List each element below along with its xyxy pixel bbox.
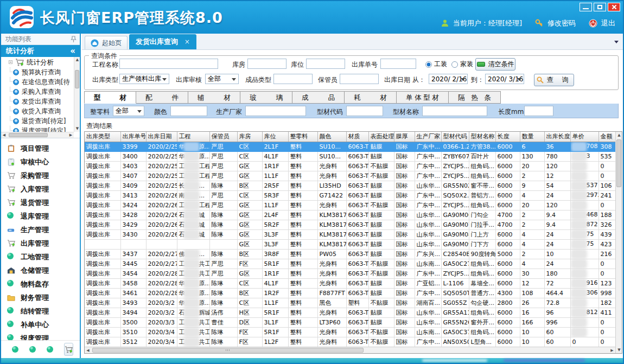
date-to-picker[interactable]: 2020/ 3/16 (485, 74, 524, 84)
sidebar-item-财务管理[interactable]: 财务管理 (1, 291, 80, 304)
table-row[interactable]: 调拨出库34292020/2/26石城陈琳G区5R2F整料KLM38176063… (85, 220, 615, 229)
pin-icon[interactable] (71, 35, 77, 46)
scroll-down-icon[interactable]: ▼ (74, 126, 80, 132)
tab-close-icon[interactable]: × (184, 38, 190, 46)
tab-list-dropdown-icon[interactable] (614, 41, 619, 46)
scroll-right-icon[interactable]: ▶ (609, 347, 615, 354)
subtab-辅材[interactable]: 辅材 (188, 91, 240, 104)
table-row[interactable]: 调拨出库34372020/2/27佛...陈琳B区3R8F整料PW056063-… (85, 249, 615, 259)
table-row[interactable]: 调拨出库34032020/2/25工工程严思G区1R1F整料光身料6063-T5… (85, 161, 615, 171)
column-header[interactable]: 出库单号 (120, 132, 146, 142)
radio-gongzhuang[interactable]: 工装 (425, 60, 447, 69)
maximize-button[interactable] (594, 3, 606, 11)
location-input[interactable] (306, 59, 345, 69)
minimize-button[interactable] (580, 3, 592, 11)
order-no-input[interactable] (380, 59, 416, 69)
sidebar-item-入库管理[interactable]: 入库管理 (1, 182, 80, 196)
column-header[interactable]: 长度 (495, 132, 520, 142)
tree-item[interactable]: 收货入库查询 (1, 106, 80, 116)
sidebar-item-审核中心[interactable]: 审核中心 (1, 155, 80, 169)
sidebar-item-报废管理[interactable]: 报废管理 (1, 331, 80, 340)
change-password-link[interactable]: 修改密码 (547, 18, 576, 28)
collapsed-module-icon[interactable] (29, 346, 36, 353)
subtab-配件[interactable]: 配件 (136, 91, 188, 104)
table-vscroll-thumb[interactable] (616, 139, 621, 187)
column-header[interactable]: 型材名称 (469, 132, 495, 142)
column-header[interactable]: 保管员 (209, 132, 237, 142)
sidebar-item-结转管理[interactable]: 结转管理 (1, 304, 80, 318)
clear-conditions-button[interactable]: 清空条件 (475, 58, 515, 71)
collapsed-module-icon[interactable] (12, 346, 18, 353)
tab-home[interactable]: 起始页 (85, 36, 128, 49)
table-row[interactable]: 调拨出库34242020/2/26工工程严思G区1L1F整料光身料6063-T5… (85, 200, 615, 210)
table-row[interactable]: 调拨出库35102020/3/4工共工程陈琳F区5R1F整料光身料6063-T5… (85, 327, 615, 337)
subtab-玻璃[interactable]: 玻璃 (240, 91, 292, 104)
table-row[interactable]: 调拨出库34302020/2/26石城陈琳G区3L3F整料KLM38176063… (85, 229, 615, 239)
tree-item[interactable]: 发货出库查询 (1, 97, 80, 106)
tab-shipping-outbound-query[interactable]: 发货出库查询 × (129, 34, 196, 49)
scroll-right-icon[interactable]: ▶ (68, 132, 74, 138)
column-header[interactable]: 出库长度 (544, 132, 570, 142)
project-name-input[interactable] (119, 59, 218, 69)
product-type-input[interactable] (273, 74, 313, 84)
outbound-type-select[interactable]: 生产领料出库 (119, 74, 169, 84)
column-header[interactable]: 膜厚 (394, 132, 415, 142)
sidebar-item-仓储管理[interactable]: 仓储管理 (1, 264, 80, 277)
cart-module-button[interactable] (64, 343, 73, 356)
tree-vertical-scrollbar[interactable]: ▲ ▼ (74, 57, 80, 132)
column-header[interactable]: 表面处理 (368, 132, 394, 142)
column-header[interactable]: 单价 (570, 132, 598, 142)
table-vertical-scrollbar[interactable]: ▲ ▼ (615, 132, 622, 353)
table-row[interactable]: 调拨出库34452020/2/27工共工程严思F区5R1F整料光身料6063-T… (85, 259, 615, 269)
column-header[interactable]: 整零料 (288, 132, 317, 142)
tree-item[interactable]: 在途信息查询[待 (1, 77, 80, 87)
length-input[interactable] (524, 106, 553, 116)
radio-jiazhuang[interactable]: 家装 (451, 60, 473, 69)
table-row[interactable]: G区3L3F整料KLM38176063-T5贴膜国标山东华...GA90M09.… (85, 239, 615, 249)
sidebar-item-工地管理[interactable]: 工地管理 (1, 250, 80, 264)
table-row[interactable]: 调拨出库34582020/2/28华原...陈琳C区4L1F整料光身料6063-… (85, 278, 615, 288)
table-row[interactable]: 调拨出库33992020/2/25华原...严思C区2L1F整料SU10...6… (85, 142, 615, 151)
search-button[interactable]: 查 询 (534, 74, 574, 86)
subtab-单体型材[interactable]: 单体型材 (397, 91, 449, 104)
manufacturer-input[interactable] (245, 106, 306, 116)
table-row[interactable]: 调拨出库34932020/3/2华原...陈琳C区1L1F整料黑色塑料不贴膜国标… (85, 298, 615, 308)
table-row[interactable]: 调拨出库34002020/2/25华原...严思C区4L1F整料SU10...6… (85, 151, 615, 161)
profile-name-input[interactable] (422, 106, 487, 116)
table-row[interactable]: 调拨出库34092020/2/25长...陈琳B区2R5F整料LI35HD606… (85, 181, 615, 190)
column-header[interactable]: 材质 (346, 132, 368, 142)
collapsed-module-icon[interactable] (47, 346, 53, 353)
tree-item[interactable]: 退货查询[待定] (1, 116, 80, 126)
table-hscroll-thumb[interactable] (92, 348, 364, 353)
subtab-隔热条[interactable]: 隔热条 (449, 91, 501, 104)
table-row[interactable]: 调拨出库34942020/3/2石辉城汤伟H区5R1F整料光身料6063-T5贴… (85, 308, 615, 317)
sidebar-item-物料盘存[interactable]: 物料盘存 (1, 277, 80, 291)
tree-vscroll-thumb[interactable] (75, 70, 79, 88)
sidebar-item-采购管理[interactable]: 采购管理 (1, 169, 80, 182)
table-row[interactable]: 调拨出库34542020/2/28工共工程严思G区1R1F整料光身料6063-T… (85, 269, 615, 278)
sidebar-item-项目管理[interactable]: 项目管理 (1, 142, 80, 155)
column-header[interactable]: 工程 (177, 132, 209, 142)
column-header[interactable]: 型材代码 (441, 132, 469, 142)
table-horizontal-scrollbar[interactable]: ◀ ▶ (85, 347, 615, 353)
scroll-down-icon[interactable]: ▼ (616, 347, 622, 353)
tree-root[interactable]: 统计分析 (1, 57, 80, 67)
sidebar-item-生产管理[interactable]: 生产管理 (1, 223, 80, 237)
table-row[interactable]: 调拨出库34282020/2/26石城陈琳G区2L4F整料KLM38176063… (85, 210, 615, 220)
scroll-up-icon[interactable]: ▲ (74, 57, 80, 63)
color-input[interactable] (170, 106, 207, 116)
scroll-up-icon[interactable]: ▲ (616, 132, 622, 138)
subtab-耗材[interactable]: 耗材 (345, 91, 397, 104)
column-header[interactable]: 库位 (262, 132, 288, 142)
date-from-picker[interactable]: 2020/ 2/16 (429, 74, 468, 84)
table-row[interactable]: 调拨出库34072020/2/25工工程严思G区1L1F整料光身料6063-T5… (85, 171, 615, 181)
warehouse-input[interactable] (247, 59, 286, 69)
tree-hscroll-thumb[interactable] (9, 133, 48, 137)
logout-link[interactable]: 退出 (601, 18, 615, 28)
column-header[interactable]: 生产厂家 (415, 132, 441, 142)
column-header[interactable]: 出库类型 (85, 132, 120, 142)
tree-horizontal-scrollbar[interactable]: ◀ ▶ (1, 132, 74, 138)
column-header[interactable]: 出库日期 (146, 132, 177, 142)
tree-item[interactable]: 采购入库查询 (1, 87, 80, 97)
keeper-input[interactable] (340, 74, 379, 84)
